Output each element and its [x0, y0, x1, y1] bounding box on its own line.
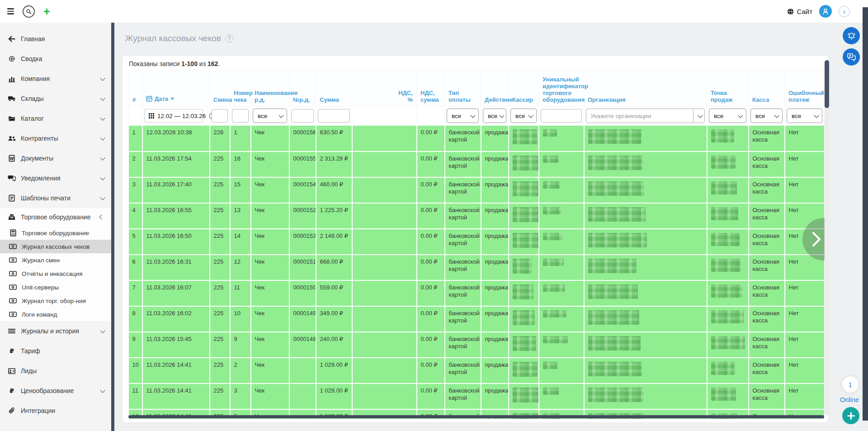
sidebar-item-summary[interactable]: Сводка	[0, 49, 111, 69]
column-header-organization[interactable]: Организация	[584, 71, 707, 106]
doc-number-filter-input[interactable]	[291, 109, 314, 123]
add-icon[interactable]: +	[43, 7, 50, 16]
cell-date: 11.03.2026 16:02	[142, 306, 210, 332]
online-count-badge: 1	[842, 376, 859, 393]
column-header-action[interactable]: Действие	[481, 71, 509, 106]
sidebar-item-command-logs[interactable]: Логи команд	[0, 308, 111, 321]
date-range-filter[interactable]: 12.02 — 12.03.26	[144, 109, 203, 123]
cell-idx: 5	[129, 229, 142, 255]
sidebar-item-catalog[interactable]: Каталог	[0, 109, 111, 128]
column-header-doc-name[interactable]: Наименование р.д.	[251, 71, 289, 106]
vertical-scrollbar-thumb[interactable]	[825, 60, 829, 108]
chat-button[interactable]	[843, 48, 860, 66]
cell-idx: 3	[129, 177, 142, 203]
cell-receipt-number: 9	[230, 332, 251, 358]
cell-amount: 460.00 ₽	[316, 177, 352, 203]
table-row[interactable]: 411.03.2026 16:5522513Чек00001521 225.20…	[129, 203, 825, 229]
column-header-vat-amount[interactable]: НДС, сумма	[417, 71, 445, 106]
table-row[interactable]: 1011.03.2026 14:412252Чек1 029.00 ₽0.00 …	[129, 358, 825, 384]
column-header-doc-number[interactable]: №р.д.	[289, 71, 316, 106]
sidebar-item-notifications[interactable]: Уведомления	[0, 168, 111, 188]
sidebar-item-trade-equipment-list[interactable]: Торговое оборудование	[0, 226, 111, 240]
doc-name-filter-select[interactable]: все	[253, 109, 287, 123]
sidebar-item-integrations[interactable]: Интеграции	[0, 401, 111, 421]
column-header-vat-percent[interactable]: НДС, %	[352, 71, 417, 106]
sidebar-item-unit-servers[interactable]: Unit-серверы	[0, 280, 111, 294]
sidebar-item-journals-history[interactable]: Журналы и история	[0, 321, 111, 341]
amount-filter-input[interactable]	[318, 109, 350, 123]
column-header-device-uid[interactable]: Уникальный идентификатор торгового обору…	[539, 71, 584, 106]
table-row[interactable]: 911.03.2026 15:452259Чек0000148240.00 ₽0…	[129, 332, 825, 358]
filter-cell-doc-number	[289, 106, 316, 126]
sidebar-item-shift-journal[interactable]: Журнал смен	[0, 253, 111, 267]
sidebar-item-trade-equipment[interactable]: Торговое оборудование	[0, 208, 111, 226]
cashier-filter-select[interactable]: все	[510, 109, 537, 123]
sidebar-item-tariff[interactable]: ₽Тариф	[0, 341, 111, 361]
column-header-amount[interactable]: Сумма	[316, 71, 352, 106]
sidebar-item-print-templates[interactable]: Шаблоны печати	[0, 188, 111, 208]
menu-toggle-icon[interactable]	[7, 8, 14, 14]
column-label: №р.д.	[293, 96, 310, 103]
notifications-button[interactable]	[843, 27, 860, 44]
censored-organization	[588, 233, 647, 247]
sidebar-item-leads[interactable]: Лиды	[0, 361, 111, 381]
chart-icon	[7, 75, 16, 82]
search-icon[interactable]	[23, 5, 35, 18]
sort-link-date[interactable]: Дата	[146, 95, 175, 102]
collapse-panel-icon[interactable]: ›	[839, 6, 850, 17]
table-row[interactable]: 611.03.2026 16:3122512Чек0000151668.00 ₽…	[129, 255, 825, 280]
table-row[interactable]: 511.03.2026 16:5022514Чек00001532 149.00…	[129, 229, 825, 255]
column-header-date[interactable]: Дата	[142, 71, 210, 106]
dropdown-toggle[interactable]	[693, 109, 704, 123]
table-row[interactable]: 1111.03.2026 14:412253Чек1 029.00 ₽0.00 …	[129, 384, 825, 409]
organization-filter-select[interactable]: Укажите организации	[586, 109, 705, 123]
sidebar-item-warehouses[interactable]: Склады	[0, 89, 111, 109]
table-row[interactable]: 112.03.2026 10:382261Чек0000156630.50 ₽0…	[129, 126, 825, 152]
chevron-down-icon	[100, 135, 105, 140]
censored-cashier	[513, 156, 538, 171]
table-row[interactable]: 311.03.2026 17:4022515Чек0000154460.00 ₽…	[129, 177, 825, 203]
cash-register-filter-select[interactable]: все	[750, 109, 783, 123]
sidebar-item-documents[interactable]: WДокументы	[0, 148, 111, 168]
table-row[interactable]: 211.03.2026 17:5422516Чек00001552 313.29…	[129, 152, 825, 177]
sidebar-item-pricing[interactable]: ₽Ценообразование	[0, 381, 111, 401]
column-header-erroneous-payment[interactable]: Ошибочный платеж	[785, 71, 825, 106]
sidebar-item-home[interactable]: Главная	[0, 29, 111, 49]
column-header-shift[interactable]: Смена	[210, 71, 230, 106]
cell-receipt-number: 14	[230, 229, 251, 255]
table-row[interactable]: 711.03.2026 16:0722511Чек0000150559.00 ₽…	[129, 280, 825, 306]
column-header-receipt-number[interactable]: Номер чека	[230, 71, 251, 106]
horizontal-scrollbar[interactable]	[128, 415, 824, 418]
table-row[interactable]: 811.03.2026 16:0222510Чек0000149349.00 ₽…	[129, 306, 825, 332]
header-row: #ДатаСменаНомер чекаНаименование р.д.№р.…	[129, 71, 825, 106]
column-header-cash-register[interactable]: Касса	[749, 71, 785, 106]
shift-filter-input[interactable]	[212, 109, 228, 123]
grid-panel: Показаны записи 1-100 из 162. #ДатаСмена…	[122, 55, 829, 423]
sidebar-item-counterparties[interactable]: Контрагенты	[0, 128, 111, 148]
site-link[interactable]: Сайт	[787, 8, 812, 15]
help-icon[interactable]: ?	[225, 34, 233, 43]
column-header-sales-point[interactable]: Точка продаж	[707, 71, 749, 106]
page-scrollbar[interactable]	[863, 7, 868, 421]
column-header-cashier[interactable]: Кассир	[509, 71, 539, 106]
cell-amount: 559.00 ₽	[316, 280, 352, 306]
censored-sales-point	[711, 207, 738, 220]
payment-type-filter-select[interactable]: все	[447, 109, 479, 123]
add-record-fab[interactable]	[842, 407, 859, 424]
globe-icon	[787, 8, 794, 15]
column-header-payment-type[interactable]: Тип оплаты	[445, 71, 481, 106]
online-label: Online	[840, 396, 859, 403]
sales-point-filter-select[interactable]: все	[709, 109, 746, 123]
sidebar-item-company[interactable]: Компания	[0, 69, 111, 89]
user-avatar[interactable]	[819, 5, 832, 18]
erroneous-payment-filter-select[interactable]: все	[787, 109, 822, 123]
sidebar-item-cash-receipt-journal[interactable]: Журнал кассовых чеков	[0, 240, 111, 253]
banknote-icon	[9, 271, 17, 276]
vertical-scrollbar-track[interactable]	[825, 60, 829, 416]
main-content: Журнал кассовых чеков ? Показаны записи …	[114, 23, 868, 431]
device-uid-filter-input[interactable]	[541, 109, 582, 123]
sidebar-item-reports-collection[interactable]: Отчёты и инкассация	[0, 267, 111, 280]
receipt-number-filter-input[interactable]	[232, 109, 249, 123]
action-filter-select[interactable]: все	[483, 109, 506, 123]
sidebar-item-equipment-journal[interactable]: Журнал торг. обор-ния	[0, 294, 111, 308]
